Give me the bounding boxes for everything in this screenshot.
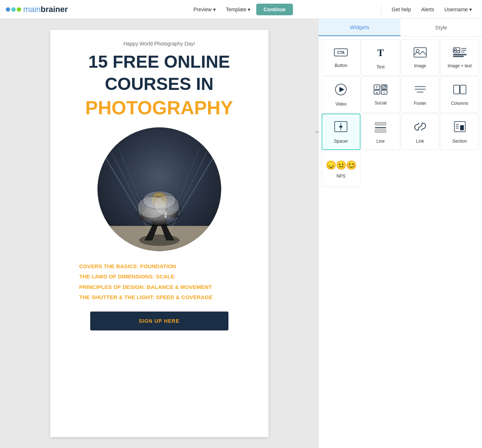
panel-tabs: Widgets Style xyxy=(319,19,482,36)
spacer-arrow-indicator: ➔ xyxy=(314,128,319,135)
widget-link[interactable]: Link xyxy=(401,114,440,150)
tab-style[interactable]: Style xyxy=(401,19,482,36)
image-icon xyxy=(413,47,427,60)
email-canvas: Happy World Photography Day! 15 FREE ONL… xyxy=(50,30,268,437)
widget-image-label: Image xyxy=(414,63,426,68)
logo-text: mainbrainer xyxy=(23,5,68,14)
canvas-area: Happy World Photography Day! 15 FREE ONL… xyxy=(0,19,318,448)
widget-nps[interactable]: 😞😐😊 NPS xyxy=(322,151,360,187)
logo-dot-teal xyxy=(11,7,16,12)
svg-line-57 xyxy=(418,125,422,128)
link-icon xyxy=(413,120,427,136)
widget-button-label: Button xyxy=(335,63,347,68)
logo-dot-green xyxy=(17,7,21,12)
course-item-2: THE LAWS OF DIMENSIONS: SCALE xyxy=(79,271,239,282)
social-icon: f in 𝕏 xyxy=(373,84,388,98)
widget-line-label: Line xyxy=(377,139,385,144)
continue-button[interactable]: Continue xyxy=(256,4,293,15)
signup-button[interactable]: SIGN UP HERE xyxy=(90,312,228,330)
section-icon xyxy=(453,120,467,136)
svg-point-39 xyxy=(385,86,386,86)
svg-rect-30 xyxy=(453,54,466,55)
preview-button[interactable]: Preview ▾ xyxy=(189,4,220,15)
top-navigation: mainbrainer Preview ▾ Template ▾ Continu… xyxy=(0,0,482,19)
widget-spacer-label: Spacer xyxy=(334,139,348,144)
widget-image[interactable]: Image xyxy=(401,39,440,76)
svg-rect-23 xyxy=(414,48,426,57)
svg-text:CTA: CTA xyxy=(337,51,344,55)
widget-social[interactable]: f in 𝕏 Social xyxy=(361,76,400,113)
widget-image-text-label: Image + text xyxy=(447,63,471,68)
svg-rect-48 xyxy=(460,85,466,94)
course-item-4: THE SHUTTER & THE LIGHT: SPEED & COVERAG… xyxy=(79,292,239,303)
widget-footer-label: Footer xyxy=(414,101,427,106)
template-button[interactable]: Template ▾ xyxy=(222,4,255,15)
spacer-icon xyxy=(334,120,348,136)
widget-video-label: Video xyxy=(335,102,346,107)
svg-text:in: in xyxy=(376,91,378,94)
widget-link-label: Link xyxy=(416,139,424,144)
nav-right: Get help Alerts Username ▾ xyxy=(381,4,476,15)
widget-section[interactable]: Section xyxy=(440,114,479,150)
alerts-button[interactable]: Alerts xyxy=(417,4,439,15)
logo-dot-blue xyxy=(6,7,10,12)
svg-rect-59 xyxy=(460,125,464,130)
button-icon: CTA xyxy=(334,47,348,60)
email-content: Happy World Photography Day! 15 FREE ONL… xyxy=(50,30,268,345)
main-layout: Happy World Photography Day! 15 FREE ONL… xyxy=(0,19,482,448)
widget-footer[interactable]: Footer xyxy=(401,76,440,113)
svg-rect-54 xyxy=(375,122,386,125)
svg-point-19 xyxy=(143,191,176,209)
widget-video[interactable]: Video xyxy=(322,76,360,113)
course-item-3: PRINCIPLES OF DESIGN: BALANCE & MOVEMENT xyxy=(79,282,239,293)
nps-icon: 😞😐😊 xyxy=(326,159,356,171)
email-photography: PHOTOGRAPHY xyxy=(72,97,247,119)
widget-social-label: Social xyxy=(375,100,387,106)
widget-nps-label: NPS xyxy=(336,174,346,179)
widget-columns[interactable]: Columns xyxy=(440,76,479,113)
logo: mainbrainer xyxy=(6,5,68,14)
svg-text:𝕏: 𝕏 xyxy=(383,91,385,94)
svg-point-38 xyxy=(383,86,385,88)
footer-icon xyxy=(413,84,427,98)
widget-button[interactable]: CTA Button xyxy=(322,39,360,76)
widgets-grid: CTA Button T Text xyxy=(319,36,482,448)
widget-section-label: Section xyxy=(453,139,467,144)
course-list: COVERS THE BASICS: FOUNDATION THE LAWS O… xyxy=(72,261,247,303)
username-button[interactable]: Username ▾ xyxy=(440,4,476,15)
text-icon: T xyxy=(374,46,387,62)
svg-rect-31 xyxy=(453,56,463,57)
columns-icon xyxy=(453,84,467,98)
right-panel: Widgets Style CTA Button T xyxy=(318,19,482,448)
widget-spacer[interactable]: ➔ Spacer xyxy=(322,114,360,150)
svg-rect-47 xyxy=(454,85,459,94)
email-title-line2: COURSES IN xyxy=(72,75,247,94)
photographer-svg xyxy=(97,127,221,251)
logo-circles xyxy=(6,7,21,12)
svg-rect-56 xyxy=(375,130,386,132)
widget-text[interactable]: T Text xyxy=(361,39,400,76)
video-icon xyxy=(334,83,347,99)
course-item-1: COVERS THE BASICS: FOUNDATION xyxy=(79,261,239,272)
nav-center: Preview ▾ Template ▾ Continue xyxy=(189,4,293,15)
widget-columns-label: Columns xyxy=(451,101,468,106)
email-subtitle: Happy World Photography Day! xyxy=(72,41,247,47)
svg-text:f: f xyxy=(377,86,378,89)
email-title-line1: 15 FREE ONLINE xyxy=(72,52,247,72)
svg-text:T: T xyxy=(377,47,384,58)
photographer-image xyxy=(97,127,221,251)
widget-image-text[interactable]: Image + text xyxy=(440,39,479,76)
widget-text-label: Text xyxy=(377,64,385,70)
widget-line[interactable]: Line xyxy=(361,114,400,150)
tab-widgets[interactable]: Widgets xyxy=(319,19,401,36)
svg-marker-33 xyxy=(339,87,344,92)
image-text-icon xyxy=(453,47,467,60)
line-icon xyxy=(374,120,387,136)
get-help-button[interactable]: Get help xyxy=(387,4,415,15)
